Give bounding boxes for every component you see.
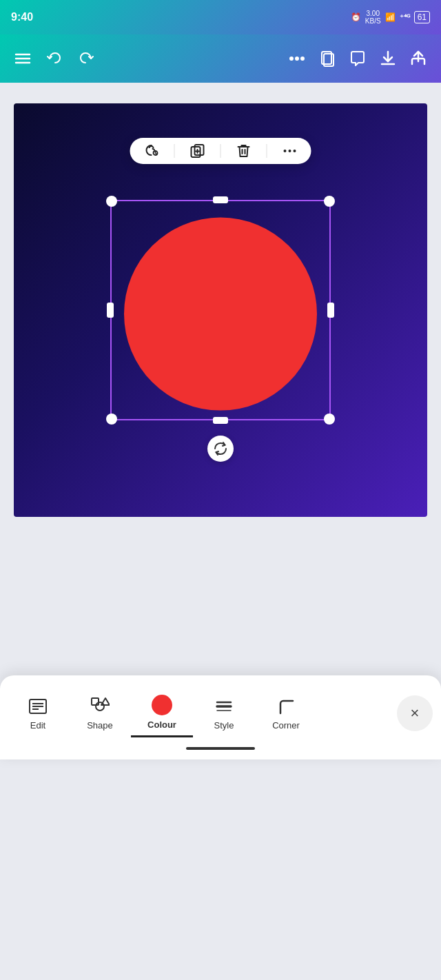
tool-shape[interactable]: Shape [69,691,131,736]
rotate-handle[interactable] [207,436,234,462]
redo-icon[interactable] [77,50,95,68]
status-icons: ⏰ 3.00KB/S 📶 ⁺⁴ᴳ 61 [351,10,430,25]
svg-point-4 [296,57,298,60]
svg-point-5 [301,57,304,60]
signal-4g-icon: ⁺⁴ᴳ [400,13,410,22]
bottom-line-indicator [186,747,255,750]
shape-icon [90,697,110,716]
colour-label: Colour [147,719,176,730]
handle-bottom-left[interactable] [106,414,117,425]
fab-more-icon[interactable] [283,143,298,159]
corner-icon [276,697,296,716]
toolbar-right [288,50,427,68]
corner-label: Corner [272,720,300,731]
toolbar-left [14,50,95,68]
svg-point-18 [294,150,296,152]
signal-bars-icon: 📶 [385,12,396,22]
svg-marker-25 [101,698,110,705]
animate-icon[interactable] [144,143,159,159]
handle-right-mid[interactable] [327,303,334,318]
handle-top-mid[interactable] [213,196,228,203]
selection-box [110,200,331,420]
handle-top-left[interactable] [106,196,117,207]
close-icon: × [411,704,420,722]
bottom-tools: Edit Shape Colour [0,689,324,737]
design-canvas[interactable] [14,103,427,517]
status-bar: 9:40 ⏰ 3.00KB/S 📶 ⁺⁴ᴳ 61 [0,0,441,34]
tool-colour[interactable]: Colour [131,689,193,737]
share-icon[interactable] [409,50,427,68]
alarm-icon: ⏰ [351,12,361,22]
pages-icon[interactable] [318,50,336,68]
more-options-icon[interactable] [288,50,306,68]
tool-style[interactable]: Style [193,691,255,736]
handle-bottom-right[interactable] [324,414,335,425]
status-time: 9:40 [11,11,33,23]
tool-edit[interactable]: Edit [7,691,69,736]
floating-action-bar [130,138,311,164]
comment-icon[interactable] [349,50,367,68]
menu-icon[interactable] [14,50,32,68]
tool-corner[interactable]: Corner [255,691,317,736]
bottom-spacer [0,538,441,675]
delete-icon[interactable] [236,143,252,159]
handle-bottom-mid[interactable] [213,417,228,424]
handle-top-right[interactable] [324,196,335,207]
download-icon[interactable] [379,50,397,68]
shape-label: Shape [87,720,113,731]
bottom-panel: Edit Shape Colour [0,675,441,759]
edit-icon [28,697,48,716]
colour-dot [152,695,172,715]
copy-to-icon[interactable] [190,143,205,159]
style-icon [214,697,234,716]
svg-point-3 [290,57,293,60]
undo-icon[interactable] [45,50,63,68]
svg-point-17 [289,150,291,152]
svg-point-16 [284,150,287,152]
style-label: Style [214,720,234,731]
svg-rect-24 [92,698,99,705]
toolbar [0,34,441,83]
bottom-tools-row: Edit Shape Colour [0,689,441,737]
colour-icon [152,695,172,715]
speed-indicator: 3.00KB/S [365,10,381,25]
battery-indicator: 61 [414,11,430,23]
close-button[interactable]: × [397,695,433,731]
handle-left-mid[interactable] [107,303,114,318]
selection-wrapper[interactable] [110,200,331,420]
edit-label: Edit [30,720,45,731]
canvas-area [0,83,441,538]
